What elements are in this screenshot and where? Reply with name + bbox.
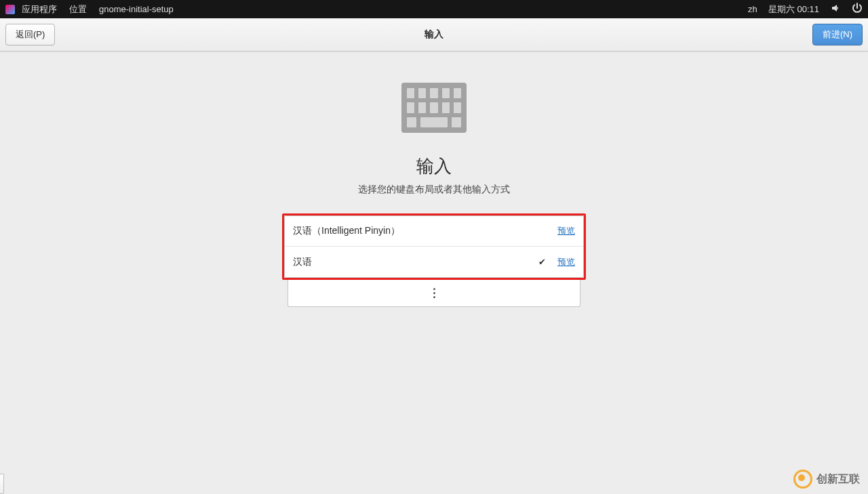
check-icon: ✔ bbox=[536, 257, 548, 267]
top-panel: 应用程序 位置 gnome-initial-setup zh 星期六 00:11 bbox=[0, 0, 868, 18]
input-source-list: 汉语（Intelligent Pinyin） 预览 汉语 ✔ 预览 bbox=[284, 215, 584, 278]
header-bar: 返回(P) 输入 前进(N) bbox=[0, 18, 868, 52]
highlight-annotation: 汉语（Intelligent Pinyin） 预览 汉语 ✔ 预览 bbox=[282, 213, 586, 280]
show-more-button[interactable] bbox=[288, 280, 580, 307]
activities-icon bbox=[5, 5, 15, 14]
applications-menu[interactable]: 应用程序 bbox=[5, 3, 57, 16]
applications-label: 应用程序 bbox=[22, 3, 57, 16]
input-source-label: 汉语 bbox=[293, 256, 536, 268]
input-source-label: 汉语（Intelligent Pinyin） bbox=[293, 225, 536, 237]
preview-link[interactable]: 预览 bbox=[557, 256, 575, 268]
input-source-row[interactable]: 汉语 ✔ 预览 bbox=[285, 247, 583, 277]
page-heading: 输入 bbox=[416, 155, 452, 178]
next-button[interactable]: 前进(N) bbox=[812, 24, 863, 45]
active-app-label[interactable]: gnome-initial-setup bbox=[99, 4, 174, 14]
power-icon[interactable] bbox=[852, 3, 863, 16]
places-menu[interactable]: 位置 bbox=[69, 3, 87, 16]
headerbar-title: 输入 bbox=[425, 28, 443, 41]
clock-label[interactable]: 星期六 00:11 bbox=[768, 3, 819, 16]
back-button[interactable]: 返回(P) bbox=[5, 24, 55, 45]
more-icon bbox=[433, 288, 435, 298]
volume-icon[interactable] bbox=[830, 3, 841, 16]
watermark-text: 创新互联 bbox=[816, 472, 860, 487]
input-source-indicator[interactable]: zh bbox=[748, 4, 757, 14]
input-page: 输入 选择您的键盘布局或者其他输入方式 汉语（Intelligent Pinyi… bbox=[0, 52, 868, 307]
preview-link[interactable]: 预览 bbox=[557, 225, 575, 237]
watermark: 创新互联 bbox=[793, 470, 860, 489]
window-list-stub[interactable] bbox=[0, 474, 4, 494]
keyboard-icon bbox=[401, 83, 467, 133]
input-source-row[interactable]: 汉语（Intelligent Pinyin） 预览 bbox=[285, 216, 583, 247]
watermark-logo-icon bbox=[793, 470, 812, 489]
page-subtitle: 选择您的键盘布局或者其他输入方式 bbox=[358, 184, 510, 196]
